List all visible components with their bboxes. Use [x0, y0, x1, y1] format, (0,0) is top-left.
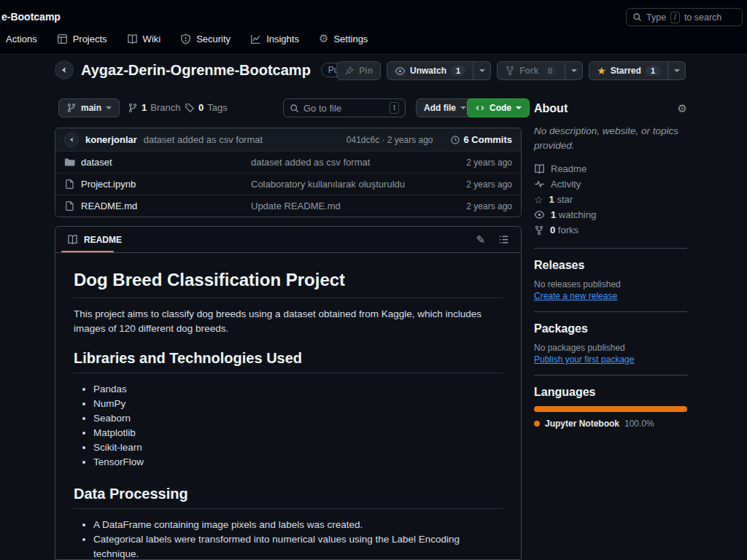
readme-tab-label: README	[84, 235, 122, 245]
star-outline-icon: ☆	[534, 195, 543, 205]
readme-link[interactable]: Readme	[534, 161, 687, 176]
tab-readme[interactable]: README	[67, 234, 122, 245]
active-tab-indicator	[61, 251, 114, 252]
language-color-dot	[534, 421, 540, 427]
list-item: Matplotlib	[93, 426, 503, 440]
book-icon	[67, 234, 78, 245]
readme-section-heading: Data Processing	[74, 486, 503, 509]
packages-title[interactable]: Packages	[534, 322, 687, 335]
about-meta-list: Readme Activity ☆ 1 star 1 watching 0 fo…	[534, 161, 687, 238]
tab-security[interactable]: Security	[180, 34, 231, 44]
search-placeholder-prefix: Type	[646, 12, 666, 23]
file-commit-message[interactable]: Colaboratory kullanılarak oluşturuldu	[251, 179, 460, 190]
starred-button[interactable]: ★ Starred 1	[589, 61, 668, 80]
global-search-input[interactable]: Type / to search	[626, 8, 743, 26]
tags-link[interactable]: 0 Tags	[185, 102, 228, 113]
watchers-link[interactable]: 1 watching	[534, 207, 687, 222]
fork-button-group: Fork 0	[497, 61, 583, 80]
stars-link[interactable]: ☆ 1 star	[534, 192, 687, 207]
folder-icon	[64, 157, 75, 168]
tab-label: Security	[196, 34, 231, 44]
repo-sidebar: About ⚙ No description, website, or topi…	[534, 102, 687, 429]
repo-breadcrumb[interactable]: e-Bootcamp	[1, 11, 61, 23]
readme-content: Dog Breed Classification Project This pr…	[55, 270, 521, 560]
edit-pencil-icon[interactable]: ✎	[476, 233, 485, 246]
tab-insights[interactable]: Insights	[250, 34, 299, 44]
commit-author-avatar[interactable]	[64, 133, 79, 147]
pulse-icon	[534, 179, 545, 190]
code-button[interactable]: Code	[467, 98, 530, 117]
publish-package-link[interactable]: Publish your first package	[534, 354, 687, 365]
book-icon	[534, 163, 545, 174]
table-icon	[57, 34, 68, 44]
fork-button[interactable]: Fork 0	[497, 61, 565, 80]
tab-projects[interactable]: Projects	[57, 34, 107, 44]
add-file-label: Add file	[424, 103, 456, 113]
star-button-group: ★ Starred 1	[589, 61, 686, 80]
watch-button-group: Unwatch 1	[387, 61, 491, 80]
table-row[interactable]: dataset dataset added as csv format 2 ye…	[55, 151, 521, 173]
pin-icon	[344, 66, 355, 76]
stars-label: star	[557, 194, 573, 205]
caret-down-icon	[460, 106, 466, 109]
releases-empty-text: No releases published	[534, 279, 687, 289]
file-name[interactable]: dataset	[81, 157, 245, 168]
repo-header: Aygaz-Derin-Ogrenme-Bootcamp Public	[55, 61, 360, 79]
eye-icon	[534, 209, 545, 220]
commit-history-link[interactable]: 6 Commits	[450, 134, 512, 145]
caret-down-icon	[479, 69, 485, 72]
caret-down-icon	[674, 69, 680, 72]
search-icon	[290, 104, 299, 113]
file-commit-message[interactable]: dataset added as csv format	[251, 157, 460, 168]
data-processing-list: A DataFrame containing image pixels and …	[74, 518, 503, 560]
language-legend-item[interactable]: Jupyter Notebook 100.0%	[534, 419, 687, 429]
starred-label: Starred	[611, 66, 641, 76]
tab-wiki[interactable]: Wiki	[127, 34, 161, 44]
file-name[interactable]: README.md	[81, 201, 245, 211]
pin-label: Pin	[359, 66, 373, 76]
releases-title[interactable]: Releases	[534, 259, 687, 272]
readme-header-actions: ✎	[476, 233, 509, 246]
tab-settings[interactable]: ⚙ Settings	[319, 32, 368, 45]
gear-icon[interactable]: ⚙	[678, 102, 687, 115]
create-release-link[interactable]: Create a new release	[534, 291, 687, 301]
language-bar[interactable]	[534, 406, 687, 412]
avatar-arrow-icon	[68, 136, 76, 144]
go-to-file-input[interactable]: Go to file t	[283, 98, 406, 117]
star-count: 1	[646, 66, 660, 76]
search-icon	[632, 12, 642, 22]
commit-sha-time[interactable]: 041dc6c · 2 years ago	[347, 135, 433, 145]
packages-empty-text: No packages published	[534, 343, 687, 353]
table-row[interactable]: Project.ipynb Colaboratory kullanılarak …	[55, 173, 521, 195]
branch-selector-button[interactable]: main	[58, 98, 120, 117]
file-commit-message[interactable]: Update README.md	[251, 201, 460, 211]
pin-button[interactable]: Pin	[336, 61, 381, 80]
activity-link[interactable]: Activity	[534, 176, 687, 192]
table-row[interactable]: README.md Update README.md 2 years ago	[55, 195, 521, 217]
commit-message[interactable]: dataset added as csv format	[144, 134, 263, 145]
eye-icon	[395, 66, 406, 77]
list-item: TensorFlow	[93, 455, 503, 470]
file-name[interactable]: Project.ipynb	[81, 179, 245, 190]
repo-avatar[interactable]	[55, 61, 74, 79]
repo-name[interactable]: Aygaz-Derin-Ogrenme-Bootcamp	[81, 62, 311, 79]
fork-icon	[534, 225, 544, 236]
star-dropdown-button[interactable]	[668, 61, 686, 80]
shield-icon	[180, 34, 191, 44]
add-file-button[interactable]: Add file	[416, 98, 474, 117]
code-icon	[475, 103, 485, 113]
unwatch-button[interactable]: Unwatch 1	[387, 61, 473, 80]
branches-count: 1	[142, 102, 147, 113]
outline-icon[interactable]	[498, 234, 509, 245]
activity-label: Activity	[551, 179, 581, 190]
fork-dropdown-button[interactable]	[565, 61, 583, 80]
caret-down-icon	[106, 106, 112, 109]
code-label: Code	[489, 103, 511, 113]
branches-link[interactable]: 1 Branch	[128, 102, 180, 113]
tags-count: 0	[198, 102, 204, 113]
forks-link[interactable]: 0 forks	[534, 222, 687, 238]
readme-section-heading: Libraries and Technologies Used	[74, 350, 503, 373]
commit-author[interactable]: konerjonlar	[85, 134, 137, 145]
watch-dropdown-button[interactable]	[473, 61, 491, 80]
tab-actions[interactable]: Actions	[6, 34, 37, 44]
